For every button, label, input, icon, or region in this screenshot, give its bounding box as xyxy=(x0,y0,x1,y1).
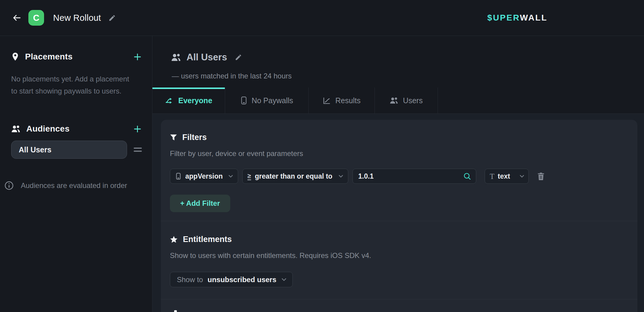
filters-section: Filters Filter by user, device or event … xyxy=(161,120,637,212)
show-to-label: Show to xyxy=(177,275,203,284)
main-panel: All Users — users matched in the last 24… xyxy=(152,36,644,312)
tab-bar-spacer xyxy=(438,88,644,113)
audience-card: Filters Filter by user, device or event … xyxy=(161,120,637,312)
top-bar: C New Rollout $UPERWALL xyxy=(0,0,644,36)
plus-icon xyxy=(133,53,142,61)
audiences-title: Audiences xyxy=(26,124,69,134)
chevron-down-icon xyxy=(282,278,286,281)
users-icon xyxy=(171,53,181,62)
add-placement-button[interactable] xyxy=(133,53,142,61)
audience-subtitle: — users matched in the last 24 hours xyxy=(172,72,644,80)
drag-handle-icon[interactable] xyxy=(134,148,142,152)
audience-header: All Users — users matched in the last 24… xyxy=(152,36,644,88)
filter-property-dropdown[interactable]: appVersion xyxy=(170,169,238,184)
pencil-icon xyxy=(108,14,116,22)
funnel-icon xyxy=(170,134,177,141)
show-to-dropdown[interactable]: Show to unsubscribed users xyxy=(170,272,293,287)
tab-label: No Paywalls xyxy=(252,96,293,105)
placements-section: Placements No placements yet. Add a plac… xyxy=(11,52,142,97)
delete-filter-button[interactable] xyxy=(537,172,545,180)
users-icon xyxy=(11,125,21,133)
section-divider xyxy=(161,299,637,299)
tab-bar: Everyone No Paywalls Results xyxy=(152,88,644,114)
tab-everyone[interactable]: Everyone xyxy=(152,88,225,113)
logo-suffix: WALL xyxy=(520,13,547,22)
trash-icon xyxy=(537,172,545,180)
pencil-icon xyxy=(235,54,242,61)
filter-operator-dropdown[interactable]: ≥ greater than or equal to xyxy=(242,169,348,184)
audiences-note: Audiences are evaluated in order xyxy=(5,181,142,190)
audiences-section: Audiences All Users Audiences are e xyxy=(11,124,142,190)
filters-title: Filters xyxy=(182,133,207,142)
arrow-left-icon xyxy=(13,14,21,21)
filter-value-input[interactable] xyxy=(358,172,464,180)
phone-icon xyxy=(176,173,181,180)
split-arrows-icon xyxy=(165,97,174,104)
audience-list-item: All Users xyxy=(11,141,142,159)
entitlements-title: Entitlements xyxy=(183,235,232,244)
tab-label: Results xyxy=(335,96,360,105)
chevron-down-icon xyxy=(520,175,524,178)
edit-title-button[interactable] xyxy=(108,14,116,22)
phone-icon xyxy=(241,96,247,105)
audiences-note-text: Audiences are evaluated in order xyxy=(21,181,127,190)
placements-title: Placements xyxy=(25,52,73,62)
chevron-down-icon xyxy=(339,175,343,178)
back-button[interactable] xyxy=(10,11,24,25)
map-pin-icon xyxy=(11,52,19,61)
star-icon xyxy=(170,236,178,243)
filter-row: appVersion ≥ greater than or equal to xyxy=(170,169,628,184)
add-filter-button[interactable]: + Add Filter xyxy=(170,195,230,212)
show-to-value: unsubscribed users xyxy=(208,275,276,284)
placements-empty-text: No placements yet. Add a placement to st… xyxy=(11,73,129,97)
entitlements-subtitle: Show to users with certain entitlements.… xyxy=(170,251,628,260)
search-icon xyxy=(464,173,471,180)
tab-no-paywalls[interactable]: No Paywalls xyxy=(225,88,309,113)
filter-property-value: appVersion xyxy=(185,172,223,180)
edit-audience-button[interactable] xyxy=(235,54,242,61)
sidebar: Placements No placements yet. Add a plac… xyxy=(0,36,152,312)
superwall-logo: $UPERWALL xyxy=(487,13,547,23)
add-audience-button[interactable] xyxy=(133,125,142,133)
tab-label: Everyone xyxy=(178,96,212,105)
chevron-down-icon xyxy=(228,175,233,178)
users-icon xyxy=(390,97,398,104)
info-icon xyxy=(5,181,14,190)
tab-content: Filters Filter by user, device or event … xyxy=(152,114,644,312)
entitlements-section: Entitlements Show to users with certain … xyxy=(161,221,637,287)
tab-results[interactable]: Results xyxy=(309,88,375,113)
audience-title: All Users xyxy=(187,52,227,63)
text-type-icon: T xyxy=(490,173,494,180)
chart-icon xyxy=(323,97,331,104)
logo-prefix: $UPER xyxy=(487,13,520,22)
plus-icon xyxy=(133,125,142,133)
next-section-icon xyxy=(174,310,177,312)
tab-users[interactable]: Users xyxy=(375,88,438,113)
filter-operator-value: greater than or equal to xyxy=(255,172,333,180)
filters-subtitle: Filter by user, device or event paramete… xyxy=(170,149,628,158)
page-title: New Rollout xyxy=(53,13,101,23)
greater-equal-icon: ≥ xyxy=(247,173,251,180)
audience-item-all-users[interactable]: All Users xyxy=(11,141,127,159)
tab-label: Users xyxy=(403,96,422,105)
superwall-campaign-page: C New Rollout $UPERWALL Placements xyxy=(0,0,644,312)
campaign-avatar: C xyxy=(28,10,44,26)
filter-value-field xyxy=(352,169,476,184)
filter-type-value: text xyxy=(498,172,510,180)
filter-type-dropdown[interactable]: T text xyxy=(485,169,529,184)
